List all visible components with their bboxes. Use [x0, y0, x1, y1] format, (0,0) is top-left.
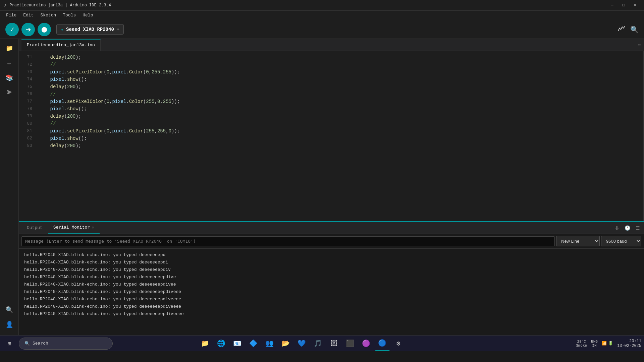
user-icon[interactable]: 👤 [3, 318, 16, 331]
line-number: 71 [19, 54, 39, 61]
toolbar: ✓ ➜ ⬤ ⬧ Seeed XIAO RP2040 ▾ 🔍 [0, 20, 644, 39]
message-input[interactable] [21, 236, 555, 246]
serial-monitor-button[interactable]: 🔍 [630, 25, 639, 34]
code-line: 80 // [19, 120, 644, 127]
menu-file[interactable]: File [3, 11, 20, 19]
edit-icon[interactable]: ✏ [3, 56, 16, 70]
line-number: 79 [19, 113, 39, 120]
taskbar-teams-app[interactable]: 👥 [262, 336, 277, 351]
taskbar-browser2-app[interactable]: 🔷 [246, 336, 261, 351]
line-number: 80 [19, 120, 39, 127]
taskbar-spotify-app[interactable]: 🎵 [311, 336, 325, 351]
code-line: 71 delay(200); [19, 54, 644, 61]
taskbar-clock: 20:11 13-02-2025 [617, 339, 641, 348]
right-edge-indicator [643, 51, 644, 221]
weather-temp: 28°C [577, 340, 586, 344]
line-code: pixel.show(); [39, 135, 644, 142]
scroll-bottom-button[interactable]: ⇊ [614, 225, 621, 231]
taskbar: ⊞ 🔍 Search 📁 🌐 📧 🔷 👥 📂 💙 🎵 🖼 ⬛ 🟣 🔵 ⚙ 28°… [0, 335, 644, 351]
taskbar-edge-app[interactable]: 🌐 [214, 336, 229, 351]
serial-plotter-button[interactable] [618, 25, 625, 34]
verify-button[interactable]: ✓ [5, 23, 19, 36]
panel-menu-button[interactable]: ☰ [634, 225, 641, 231]
library-icon[interactable]: 📚 [3, 71, 16, 84]
sidebar: 📁 ✏ 📚 ⮞ 🔍 👤 [0, 39, 19, 335]
menu-help[interactable]: Help [79, 11, 96, 19]
clock-date: 13-02-2025 [617, 344, 641, 348]
taskbar-search[interactable]: 🔍 Search [19, 338, 113, 350]
board-selector[interactable]: ⬧ Seeed XIAO RP2040 ▾ [56, 24, 124, 35]
start-button[interactable]: ⊞ [3, 337, 16, 350]
serial-line: hello.RP2040-XIAO.blink-echo.ino: you ty… [24, 259, 639, 266]
upload-button[interactable]: ➜ [21, 23, 35, 36]
serial-monitor-close-icon[interactable]: ✕ [92, 225, 94, 230]
tab-bar: Practiceaurdino_jan13a.ino ⋯ [19, 39, 644, 51]
serial-line: hello.RP2040-XIAO.blink-echo.ino: you ty… [24, 251, 639, 259]
serial-output: hello.RP2040-XIAO.blink-echo.ino: you ty… [19, 249, 644, 335]
board-chevron-icon: ▾ [117, 26, 119, 32]
lang-indicator: ENG IN [591, 340, 598, 348]
new-line-select[interactable]: New Line No line ending Newline Carriage… [556, 236, 600, 246]
serial-line: hello.RP2040-XIAO.blink-echo.ino: you ty… [24, 266, 639, 274]
taskbar-right: 28°C Smoke ENG IN 📶 🔋 20:11 13-02-2025 [576, 339, 641, 348]
toolbar-right: 🔍 [618, 25, 639, 34]
main-layout: 📁 ✏ 📚 ⮞ 🔍 👤 Practiceaurdino_jan13a.ino ⋯… [0, 39, 644, 335]
line-number: 78 [19, 105, 39, 113]
taskbar-vs-app[interactable]: 🟣 [359, 336, 374, 351]
search-side-icon[interactable]: 🔍 [3, 303, 16, 316]
line-code: pixel.setPixelColor(0,pixel.Color(255,0,… [39, 98, 644, 105]
taskbar-photos-app[interactable]: 🖼 [327, 336, 341, 351]
close-button[interactable]: ✕ [630, 2, 640, 9]
line-code: delay(200); [39, 54, 644, 61]
tab-serial-monitor[interactable]: Serial Monitor ✕ [48, 222, 100, 234]
serial-line: hello.RP2040-XIAO.blink-echo.ino: you ty… [24, 274, 639, 281]
taskbar-vscode-app[interactable]: 💙 [294, 336, 309, 351]
code-editor[interactable]: 71 delay(200);72 //73 pixel.setPixelColo… [19, 51, 644, 221]
window-title: Practiceaurdino_jan13a | Arduino IDE 2.3… [9, 3, 607, 8]
code-line: 75 delay(200); [19, 83, 644, 90]
serial-line: hello.RP2040-XIAO.blink-echo.ino: you ty… [24, 288, 639, 296]
code-line: 79 delay(200); [19, 113, 644, 120]
taskbar-files-app[interactable]: 📂 [278, 336, 293, 351]
line-number: 74 [19, 76, 39, 83]
board-name-label: Seeed XIAO RP2040 [66, 27, 114, 32]
baud-rate-select[interactable]: 9600 baud 300 baud 1200 baud 19200 baud … [601, 236, 641, 246]
maximize-button[interactable]: □ [619, 2, 629, 9]
weather-desc: Smoke [576, 344, 587, 348]
line-code: pixel.setPixelColor(0,pixel.Color(0,255,… [39, 68, 644, 76]
editor-tab-main[interactable]: Practiceaurdino_jan13a.ino [21, 39, 101, 51]
debugger-side-icon[interactable]: ⮞ [3, 86, 16, 99]
taskbar-weather: 28°C Smoke [576, 340, 587, 348]
clock-time: 20:11 [617, 339, 641, 344]
line-number: 77 [19, 98, 39, 105]
serial-line: hello.RP2040-XIAO.blink-echo.ino: you ty… [24, 281, 639, 288]
tab-output[interactable]: Output [21, 222, 48, 234]
code-line: 78 pixel.show(); [19, 105, 644, 113]
taskbar-extra-app[interactable]: ⚙ [391, 336, 406, 351]
line-code: delay(200); [39, 83, 644, 90]
message-input-bar: New Line No line ending Newline Carriage… [19, 234, 644, 249]
taskbar-mail-app[interactable]: 📧 [230, 336, 245, 351]
bottom-panel: Output Serial Monitor ✕ ⇊ 🕐 ☰ [19, 221, 644, 335]
menu-sketch[interactable]: Sketch [37, 11, 59, 19]
debugger-button[interactable]: ⬤ [38, 23, 51, 36]
taskbar-terminal-app[interactable]: ⬛ [343, 336, 358, 351]
line-code: // [39, 61, 644, 68]
line-number: 83 [19, 142, 39, 149]
minimize-button[interactable]: ─ [607, 2, 617, 9]
serial-line: hello.RP2040-XIAO.blink-echo.ino: you ty… [24, 310, 639, 318]
taskbar-apps: 📁 🌐 📧 🔷 👥 📂 💙 🎵 🖼 ⬛ 🟣 🔵 ⚙ [198, 336, 406, 351]
taskbar-arduino-app[interactable]: 🔵 [375, 336, 390, 351]
code-line: 76 // [19, 90, 644, 98]
tab-more-button[interactable]: ⋯ [638, 42, 641, 48]
wifi-icon: 📶 [602, 341, 607, 346]
autoscroll-button[interactable]: 🕐 [623, 225, 632, 231]
usb-icon: ⬧ [61, 27, 63, 32]
menu-edit[interactable]: Edit [20, 11, 37, 19]
serial-monitor: New Line No line ending Newline Carriage… [19, 234, 644, 335]
menu-tools[interactable]: Tools [59, 11, 79, 19]
serial-line: hello.RP2040-XIAO.blink-echo.ino: you ty… [24, 296, 639, 303]
panel-tabs: Output Serial Monitor ✕ ⇊ 🕐 ☰ [19, 222, 644, 234]
taskbar-explorer-app[interactable]: 📁 [198, 336, 213, 351]
folder-icon[interactable]: 📁 [3, 42, 16, 55]
